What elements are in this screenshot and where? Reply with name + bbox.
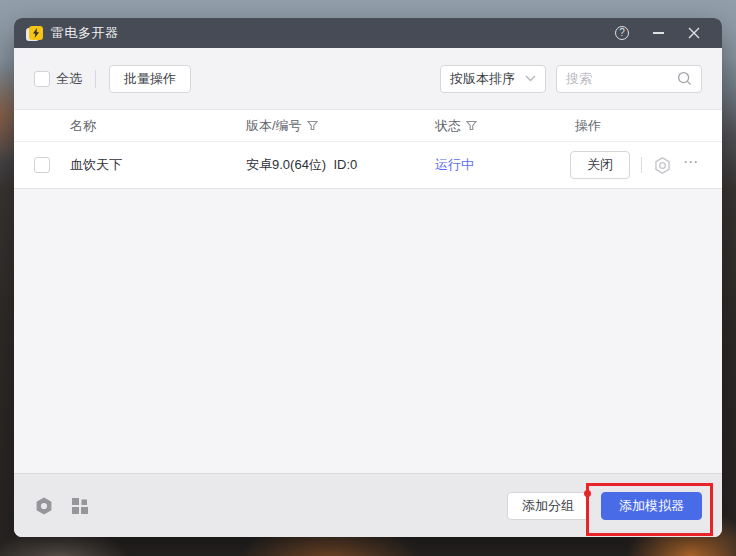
- table-header: 名称 版本/编号 状态 操作: [14, 110, 722, 142]
- add-emulator-button[interactable]: 添加模拟器: [601, 492, 702, 520]
- add-group-button[interactable]: 添加分组: [507, 492, 589, 520]
- filter-icon[interactable]: [307, 120, 318, 131]
- column-name: 名称: [70, 117, 246, 135]
- row-operations: 关闭 ⋯: [570, 151, 702, 179]
- notification-dot: [584, 490, 591, 497]
- sort-dropdown-value: 按版本排序: [450, 70, 525, 88]
- toolbar-divider: [95, 70, 96, 88]
- close-instance-button[interactable]: 关闭: [570, 151, 630, 179]
- instance-settings-icon[interactable]: [653, 156, 672, 175]
- more-icon[interactable]: ⋯: [683, 157, 700, 173]
- sort-dropdown[interactable]: 按版本排序: [440, 65, 546, 93]
- window-title: 雷电多开器: [51, 24, 119, 42]
- select-all-checkbox[interactable]: [34, 71, 50, 87]
- column-ops: 操作: [575, 117, 702, 135]
- column-status: 状态: [435, 117, 575, 135]
- ops-divider: [641, 157, 642, 173]
- batch-operation-button[interactable]: 批量操作: [109, 65, 191, 93]
- instance-status: 运行中: [435, 156, 575, 174]
- instance-version: 安卓9.0(64位) ID:0: [246, 156, 435, 174]
- table-row: 血饮天下 安卓9.0(64位) ID:0 运行中 关闭 ⋯: [14, 142, 722, 189]
- search-input[interactable]: [566, 71, 677, 86]
- grid-layout-icon[interactable]: [71, 497, 89, 515]
- settings-nut-icon[interactable]: [34, 496, 54, 516]
- search-icon: [677, 71, 692, 86]
- filter-icon[interactable]: [466, 120, 477, 131]
- chevron-down-icon: [525, 75, 536, 82]
- titlebar: 雷电多开器 ?: [14, 18, 722, 48]
- toolbar: 全选 批量操作 按版本排序: [14, 48, 722, 110]
- help-icon[interactable]: ?: [614, 25, 630, 41]
- instance-list-empty-area: [14, 189, 722, 473]
- instance-name: 血饮天下: [70, 156, 246, 174]
- close-icon[interactable]: [686, 25, 702, 41]
- app-logo-icon: [26, 26, 43, 41]
- lightning-glyph: [32, 28, 40, 38]
- row-checkbox[interactable]: [34, 157, 50, 173]
- bottom-bar: 添加分组 添加模拟器: [14, 473, 722, 537]
- search-box: [556, 65, 702, 93]
- column-version: 版本/编号: [246, 117, 435, 135]
- minimize-icon[interactable]: [650, 25, 666, 41]
- select-all-label: 全选: [56, 70, 82, 88]
- app-window: 雷电多开器 ? 全选 批量操作 按版本排序: [14, 18, 722, 537]
